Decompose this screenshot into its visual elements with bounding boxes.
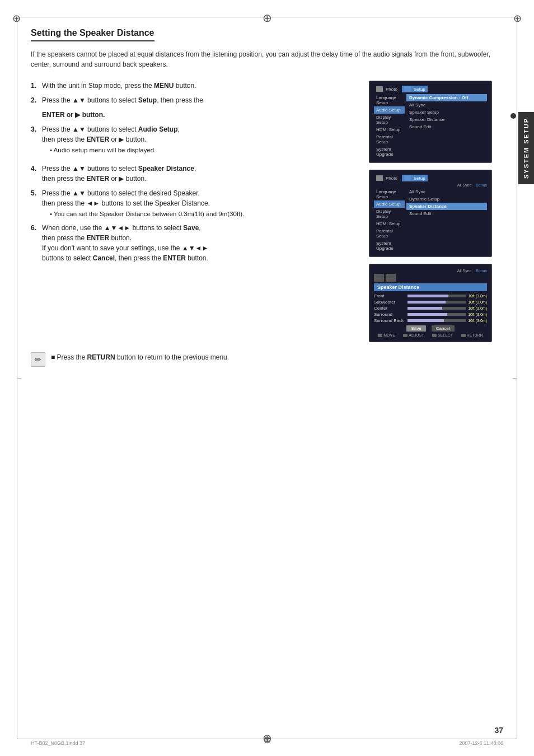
menu-language: Language Setup bbox=[374, 94, 405, 106]
spk-label-sub: Subwoofer bbox=[374, 300, 407, 305]
spk-label-surround-back: Surround Back bbox=[374, 318, 407, 323]
menu-audio-selected: Audio Setup bbox=[374, 106, 405, 114]
spk-fill-center bbox=[407, 307, 442, 310]
menu-display: Display Setup bbox=[374, 114, 405, 126]
spk-title: Speaker Distance bbox=[374, 283, 487, 291]
menu-speaker-setup: Speaker Setup bbox=[406, 109, 487, 116]
side-tab-dot bbox=[510, 113, 516, 119]
corner-mark-tr: ⊕ bbox=[513, 12, 522, 25]
spk-fill-surround bbox=[407, 313, 447, 316]
spk-row-sub: Subwoofer 10ft (3.0m) bbox=[374, 300, 487, 305]
menu-header-2: Photo Setup bbox=[374, 175, 487, 181]
spk-bar-surround bbox=[407, 313, 466, 316]
spk-icons-row bbox=[374, 274, 487, 282]
menu-system-2: System Upgrade bbox=[374, 240, 405, 252]
menu-dynamic: Dynamic Compression : Off bbox=[406, 94, 487, 101]
spk-row-center: Center 10ft (3.0m) bbox=[374, 306, 487, 311]
menu-sound-edit-2: Sound Edit bbox=[406, 210, 487, 217]
footer-center-crosshair: ⊕ bbox=[263, 734, 271, 746]
menu-left-1: Language Setup Audio Setup Display Setup… bbox=[374, 94, 405, 158]
menu-allsync-2: All Sync bbox=[406, 188, 487, 195]
step-6: 6. When done, use the ▲▼◄► buttons to se… bbox=[31, 223, 358, 263]
menu-sound-edit: Sound Edit bbox=[406, 123, 487, 130]
side-tab: SYSTEM SETUP bbox=[518, 112, 534, 184]
note-box: ✏ ■ Press the RETURN button to return to… bbox=[31, 352, 498, 367]
spk-fill-front bbox=[407, 295, 448, 297]
step-3: 3. Press the ▲▼ buttons to select Audio … bbox=[31, 124, 358, 155]
spk-fill-surround-back bbox=[407, 319, 444, 322]
menu-language-2: Language Setup bbox=[374, 188, 405, 200]
spk-label-surround: Surround bbox=[374, 312, 407, 317]
main-content: Setting the Speaker Distance If the spea… bbox=[31, 28, 498, 728]
footer-right: 2007-12-6 11:48:06 bbox=[459, 740, 503, 746]
step-5-bullet: You can set the Speaker Distance between… bbox=[50, 209, 358, 218]
crosshair-top: ⊕ bbox=[263, 11, 272, 25]
left-tick bbox=[17, 378, 21, 379]
step-3-bullet: Audio setup menu will be displayed. bbox=[50, 146, 358, 155]
right-tick bbox=[513, 378, 517, 379]
two-col-layout: 1. With the unit in Stop mode, press the… bbox=[31, 81, 498, 342]
spk-label-center: Center bbox=[374, 306, 407, 311]
menu-allsync: All Sync bbox=[406, 101, 487, 109]
corner-mark-tl: ⊕ bbox=[12, 12, 21, 25]
menu-photo-tab-2: Photo bbox=[374, 175, 400, 181]
return-icon bbox=[461, 334, 466, 337]
menu-audio-selected-2: Audio Setup bbox=[374, 200, 405, 208]
menu-parental: Parental Setup bbox=[374, 133, 405, 146]
menu-setup-tab: Setup bbox=[402, 86, 428, 92]
menu-speaker-dist: Speaker Distance bbox=[406, 116, 487, 123]
move-icon bbox=[378, 334, 382, 337]
menu-body-2: Language Setup Audio Setup Display Setup… bbox=[374, 188, 487, 252]
note-text: ■ Press the RETURN button to return to t… bbox=[51, 352, 229, 362]
save-button[interactable]: Save bbox=[406, 325, 425, 332]
screenshots-col: Photo Setup Language Setup Audio Setup D… bbox=[369, 81, 498, 342]
spk-row-front: Front 10ft (3.0m) bbox=[374, 293, 487, 298]
menu-system: System Upgrade bbox=[374, 146, 405, 158]
step-5: 5. Press the ▲▼ buttons to select the de… bbox=[31, 188, 358, 218]
step-5-content: Press the ▲▼ buttons to select the desir… bbox=[42, 188, 358, 218]
step-5-num: 5. bbox=[31, 188, 42, 218]
menu-setup-tab-2: Setup bbox=[402, 175, 428, 181]
step-4-content: Press the ▲▼ buttons to select Speaker D… bbox=[42, 164, 358, 184]
menu-parental-2: Parental Setup bbox=[374, 227, 405, 240]
menu-body-1: Language Setup Audio Setup Display Setup… bbox=[374, 94, 487, 158]
menu-left-2: Language Setup Audio Setup Display Setup… bbox=[374, 188, 405, 252]
page-number: 37 bbox=[494, 726, 503, 735]
step-1-num: 1. bbox=[31, 81, 42, 91]
spk-val-front: 10ft (3.0m) bbox=[468, 294, 487, 298]
note-icon: ✏ bbox=[31, 352, 45, 367]
menu-dynamic-setup: Dynamic Setup bbox=[406, 195, 487, 203]
step-1-content: With the unit in Stop mode, press the ME… bbox=[42, 81, 358, 91]
spk-label-front: Front bbox=[374, 293, 407, 298]
step-4: 4. Press the ▲▼ buttons to select Speake… bbox=[31, 164, 358, 184]
select-icon bbox=[432, 334, 437, 337]
menu-right-2: All Sync Dynamic Setup Speaker Distance … bbox=[406, 188, 487, 252]
spk-fill-sub bbox=[407, 301, 446, 304]
menu-screen-1: Photo Setup Language Setup Audio Setup D… bbox=[372, 83, 489, 160]
cancel-button[interactable]: Cancel bbox=[432, 325, 455, 332]
menu-right-1: Dynamic Compression : Off All Sync Speak… bbox=[406, 94, 487, 158]
spk-row-surround: Surround 10ft (3.0m) bbox=[374, 312, 487, 317]
spk-action-buttons: Save Cancel bbox=[374, 325, 487, 332]
spk-bar-sub bbox=[407, 301, 466, 304]
spk-row-surround-back: Surround Back 10ft (3.0m) bbox=[374, 318, 487, 323]
spk-bar-front bbox=[407, 295, 466, 297]
menu-display-2: Display Setup bbox=[374, 208, 405, 220]
step-6-num: 6. bbox=[31, 223, 42, 263]
allsync-bar: All SyncBonus bbox=[374, 183, 487, 187]
step-2-num: 2. bbox=[31, 95, 42, 105]
step-3-content: Press the ▲▼ buttons to select Audio Set… bbox=[42, 124, 358, 155]
spk-bar-center bbox=[407, 307, 466, 310]
adjust-icon bbox=[403, 334, 407, 337]
page-title: Setting the Speaker Distance bbox=[31, 28, 154, 41]
step-2-enter: ENTER or ▶ button. bbox=[42, 110, 358, 120]
step-2: 2. Press the ▲▼ buttons to select Setup,… bbox=[31, 95, 358, 105]
menu-speaker-dist-2: Speaker Distance bbox=[406, 203, 487, 210]
menu-screen-2: Photo Setup All SyncBonus Language Setup… bbox=[372, 172, 489, 254]
step-2-content: Press the ▲▼ buttons to select Setup, th… bbox=[42, 95, 358, 105]
intro-text: If the speakers cannot be placed at equa… bbox=[31, 49, 498, 69]
spk-val-sub: 10ft (3.0m) bbox=[468, 300, 487, 304]
instructions-col: 1. With the unit in Stop mode, press the… bbox=[31, 81, 358, 342]
step-1: 1. With the unit in Stop mode, press the… bbox=[31, 81, 358, 91]
step-4-num: 4. bbox=[31, 164, 42, 184]
